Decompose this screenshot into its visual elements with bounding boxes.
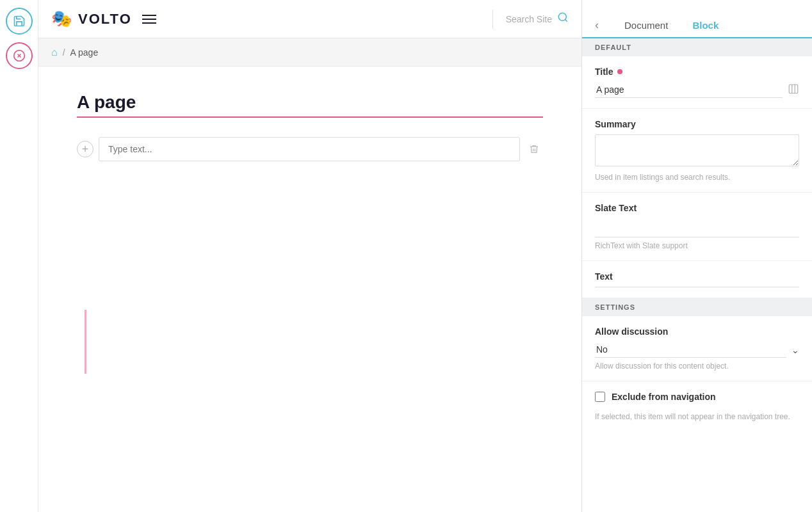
breadcrumb: ⌂ / A page xyxy=(38,38,581,67)
search-placeholder: Search Site xyxy=(506,14,552,24)
text-field: Text xyxy=(582,261,812,298)
section-default-header: DEFAULT xyxy=(582,38,812,56)
svg-line-4 xyxy=(565,19,567,21)
slate-text-field: Slate Text RichText with Slate support xyxy=(582,193,812,261)
logo-text: VOLTO xyxy=(78,11,132,28)
left-toolbar xyxy=(0,0,38,512)
summary-textarea[interactable] xyxy=(595,134,799,166)
summary-hint: Used in item listings and search results… xyxy=(595,173,799,182)
save-button[interactable] xyxy=(6,8,33,35)
text-field-underline xyxy=(595,287,799,287)
slate-text-hint: RichText with Slate support xyxy=(595,241,799,250)
tab-block[interactable]: Block xyxy=(690,13,721,38)
summary-field: Summary Used in item listings and search… xyxy=(582,109,812,193)
text-block-row: + xyxy=(77,137,543,161)
logo-area: 🎭 VOLTO xyxy=(51,9,156,29)
breadcrumb-current-page: A page xyxy=(70,47,99,58)
page-title-input[interactable] xyxy=(77,92,543,118)
cancel-button[interactable] xyxy=(6,42,33,69)
allow-discussion-field: Allow discussion No Yes ⌄ Allow discussi… xyxy=(582,316,812,381)
svg-rect-5 xyxy=(789,84,798,93)
delete-block-button[interactable] xyxy=(525,140,543,158)
svg-point-3 xyxy=(558,13,566,20)
breadcrumb-home-icon[interactable]: ⌂ xyxy=(51,47,58,58)
title-field-icon[interactable] xyxy=(788,83,799,97)
text-block-input[interactable] xyxy=(99,137,520,161)
exclude-nav-checkbox[interactable] xyxy=(595,392,605,402)
summary-label: Summary xyxy=(595,119,799,129)
title-input-row xyxy=(595,82,799,98)
hamburger-menu[interactable] xyxy=(142,15,156,24)
required-indicator xyxy=(617,69,622,74)
title-field: Title xyxy=(582,56,812,109)
tab-document[interactable]: Document xyxy=(622,13,670,38)
title-input[interactable] xyxy=(595,82,783,98)
exclude-nav-row: Exclude from navigation xyxy=(582,381,812,412)
allow-discussion-label: Allow discussion xyxy=(595,326,799,337)
allow-discussion-select-row: No Yes ⌄ xyxy=(595,342,799,358)
title-label: Title xyxy=(595,67,799,77)
right-panel: ‹ Document Block DEFAULT Title Summary U… xyxy=(581,0,812,512)
allow-discussion-select[interactable]: No Yes xyxy=(595,342,786,358)
slate-text-label: Slate Text xyxy=(595,203,799,213)
slate-text-area[interactable] xyxy=(595,218,799,237)
allow-discussion-hint: Allow discussion for this content object… xyxy=(595,362,799,371)
text-label: Text xyxy=(595,271,799,282)
exclude-nav-hint: If selected, this item will not appear i… xyxy=(582,412,812,430)
breadcrumb-separator: / xyxy=(63,47,65,58)
header-divider xyxy=(492,10,493,29)
panel-back-arrow[interactable]: ‹ xyxy=(595,19,599,32)
search-area: Search Site xyxy=(506,12,569,26)
top-header: 🎭 VOLTO Search Site xyxy=(38,0,581,38)
main-area: 🎭 VOLTO Search Site ⌂ / A page + xyxy=(38,0,581,512)
exclude-nav-label: Exclude from navigation xyxy=(612,392,716,402)
section-settings-header: SETTINGS xyxy=(582,298,812,316)
chevron-down-icon: ⌄ xyxy=(792,345,799,355)
search-icon[interactable] xyxy=(557,12,569,26)
add-block-button[interactable]: + xyxy=(77,141,93,157)
panel-tabs: ‹ Document Block xyxy=(582,0,812,38)
logo-icon: 🎭 xyxy=(51,9,72,29)
page-content: + xyxy=(38,67,581,512)
vertical-line-decoration xyxy=(85,310,86,374)
